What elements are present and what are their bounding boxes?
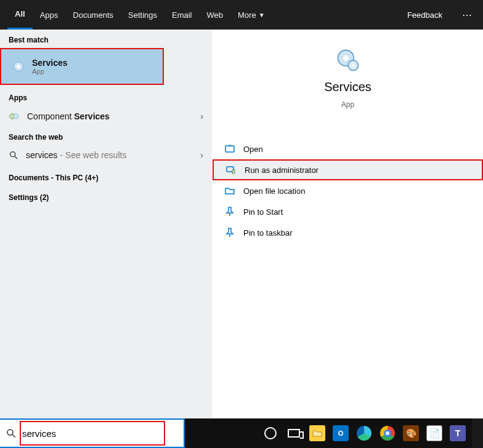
best-match-text: Services App [32, 58, 68, 75]
chevron-right-icon: › [200, 111, 203, 121]
tab-more-label: More [238, 10, 256, 20]
preview-title: Services [324, 80, 371, 94]
apps-result-bold: Services [74, 111, 110, 121]
chevron-right-icon: › [200, 150, 203, 160]
overflow-menu-button[interactable]: ⋯ [452, 0, 483, 30]
action-pin-start-label: Pin to Start [243, 207, 283, 217]
search-filter-tabs: All Apps Documents Settings Email Web Mo… [0, 0, 483, 30]
apps-result-component-services[interactable]: Component Services › [0, 106, 212, 127]
admin-shield-icon [226, 165, 236, 175]
taskbar-app-file-explorer[interactable] [306, 418, 329, 448]
search-results-area: Best match Services App Apps Component S… [0, 30, 483, 418]
action-pin-to-start[interactable]: Pin to Start [213, 201, 483, 222]
search-icon [0, 428, 22, 439]
services-gear-icon-large [335, 47, 362, 74]
search-icon [9, 150, 18, 160]
svg-line-5 [15, 156, 17, 159]
taskbar-search-box[interactable] [0, 418, 185, 448]
web-result-label: services - See web results [26, 150, 126, 160]
open-icon [225, 144, 235, 154]
tab-apps[interactable]: Apps [33, 0, 66, 30]
tab-all[interactable]: All [7, 0, 33, 30]
action-open-label: Open [243, 145, 263, 154]
services-gear-icon [12, 60, 25, 73]
best-match-subtitle: App [32, 68, 68, 75]
action-pin-taskbar-label: Pin to taskbar [243, 228, 293, 238]
feedback-link[interactable]: Feedback [397, 0, 452, 30]
svg-point-3 [14, 114, 18, 119]
taskbar-app-outlook[interactable]: O [329, 418, 352, 448]
svg-point-1 [17, 65, 20, 68]
documents-header[interactable]: Documents - This PC (4+) [0, 165, 212, 186]
apps-header: Apps [0, 87, 212, 106]
svg-point-4 [10, 152, 15, 157]
search-web-header: Search the web [0, 127, 212, 145]
svg-point-12 [7, 430, 13, 435]
action-run-as-administrator[interactable]: Run as administrator [213, 159, 483, 180]
action-open-location-label: Open file location [243, 186, 305, 196]
preview-header: Services App [213, 47, 483, 126]
action-open[interactable]: Open [213, 138, 483, 159]
best-match-result[interactable]: Services App [0, 48, 164, 85]
apps-result-label: Component Services [27, 111, 110, 121]
svg-line-13 [12, 434, 15, 438]
web-result-suffix: - See web results [57, 150, 126, 160]
taskbar-app-chrome[interactable] [376, 418, 399, 448]
action-run-admin-label: Run as administrator [245, 166, 319, 175]
tab-documents[interactable]: Documents [65, 0, 121, 30]
taskbar-app-edge[interactable] [352, 418, 376, 448]
taskbar: O 🎨 📄 T [0, 418, 483, 448]
taskbar-app-document[interactable]: 📄 [423, 418, 446, 448]
results-left-pane: Best match Services App Apps Component S… [0, 30, 213, 418]
preview-subtitle: App [341, 100, 354, 109]
action-pin-to-taskbar[interactable]: Pin to taskbar [213, 222, 483, 243]
component-services-icon [9, 111, 20, 122]
chevron-down-icon: ▼ [259, 12, 265, 18]
taskbar-app-teams[interactable]: T [446, 418, 469, 448]
taskbar-search-input[interactable] [22, 420, 184, 447]
tab-more[interactable]: More ▼ [230, 0, 272, 30]
svg-rect-10 [225, 146, 234, 152]
settings-header[interactable]: Settings (2) [0, 186, 212, 206]
folder-icon [225, 186, 235, 196]
web-result-term: services [26, 150, 57, 160]
action-open-file-location[interactable]: Open file location [213, 180, 483, 201]
web-result-services[interactable]: services - See web results › [0, 145, 212, 165]
svg-point-9 [351, 64, 355, 68]
best-match-header: Best match [0, 30, 212, 48]
pin-icon [225, 207, 235, 217]
taskbar-app-icons: O 🎨 📄 T [259, 418, 472, 448]
taskbar-tray-edge[interactable] [472, 418, 483, 448]
tab-web[interactable]: Web [200, 0, 231, 30]
apps-result-prefix: Component [27, 111, 74, 121]
pin-icon [225, 228, 235, 238]
preview-pane: Services App Open Run as administrator O… [213, 30, 483, 418]
best-match-title: Services [32, 58, 68, 68]
taskbar-app-paint[interactable]: 🎨 [399, 418, 423, 448]
task-view-button[interactable] [282, 418, 306, 448]
preview-actions: Open Run as administrator Open file loca… [213, 138, 483, 243]
tab-email[interactable]: Email [164, 0, 200, 30]
svg-point-7 [343, 55, 348, 61]
tab-settings[interactable]: Settings [121, 0, 164, 30]
cortana-button[interactable] [259, 418, 282, 448]
